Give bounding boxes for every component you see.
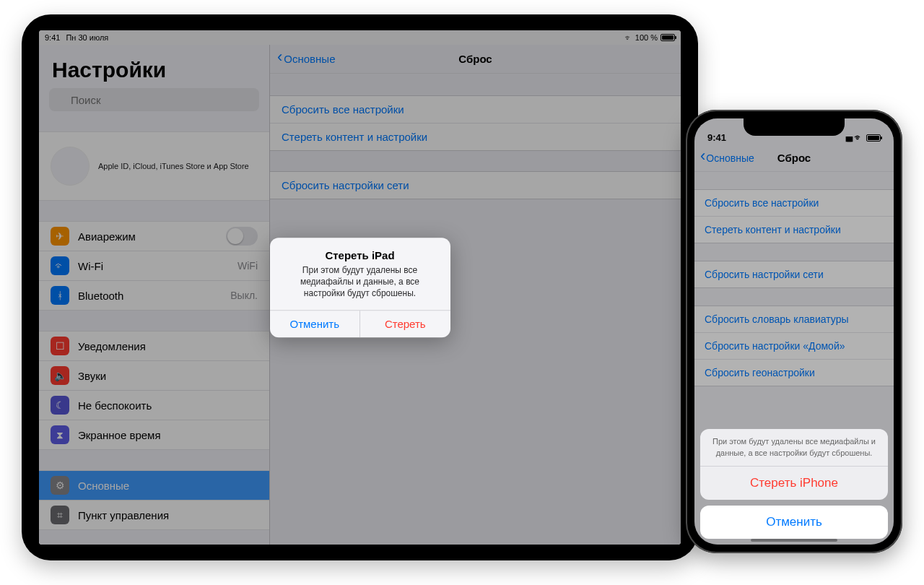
wifi-icon: ᯤ bbox=[854, 132, 863, 143]
status-battery-pct: 100 % bbox=[635, 33, 658, 42]
back-label: Основные bbox=[284, 53, 335, 65]
reset-option[interactable]: Стереть контент и настройки bbox=[270, 124, 681, 150]
reset-option[interactable]: Сбросить настройки сети bbox=[270, 172, 681, 199]
apple-id-subtitle: Apple ID, iCloud, iTunes Store и App Sto… bbox=[98, 162, 249, 170]
reset-option[interactable]: Сбросить словарь клавиатуры bbox=[694, 306, 894, 333]
bluetooth-icon: ᚼ bbox=[51, 286, 69, 305]
sidebar-item-bell[interactable]: ☐Уведомления bbox=[39, 332, 269, 361]
sidebar-item-label: Пункт управления bbox=[78, 509, 169, 521]
status-date: Пн 30 июля bbox=[66, 33, 108, 42]
sidebar-group-notifications: ☐Уведомления🔈Звуки☾Не беспокоить⧗Экранно… bbox=[39, 331, 269, 450]
sidebar-item-label: Не беспокоить bbox=[78, 399, 152, 412]
search-input[interactable] bbox=[49, 88, 259, 111]
sidebar-item-speaker[interactable]: 🔈Звуки bbox=[39, 361, 269, 391]
reset-option[interactable]: Сбросить настройки «Домой» bbox=[694, 333, 894, 360]
reset-group-2: Сбросить настройки сети bbox=[270, 171, 681, 199]
reset-option[interactable]: Сбросить все настройки bbox=[270, 96, 681, 124]
bell-icon: ☐ bbox=[51, 337, 69, 355]
reset-group-3: Сбросить словарь клавиатурыСбросить наст… bbox=[694, 306, 894, 386]
erase-iphone-button[interactable]: Стереть iPhone bbox=[700, 467, 888, 500]
sidebar-item-label: Звуки bbox=[78, 370, 106, 382]
detail-title: Сброс bbox=[458, 53, 492, 65]
sidebar-item-airplane[interactable]: ✈Авиарежим bbox=[39, 222, 269, 251]
switches-icon: ⌗ bbox=[51, 506, 69, 524]
reset-option[interactable]: Сбросить настройки сети bbox=[694, 261, 894, 287]
iphone-device-frame: 9:41 ᯤ Основные Сброс Сбросить все настр… bbox=[686, 110, 902, 553]
sidebar-group-general: ⚙Основные⌗Пункт управления bbox=[39, 470, 269, 530]
sidebar-item-gear[interactable]: ⚙Основные bbox=[39, 471, 269, 500]
cellular-icon bbox=[845, 132, 851, 143]
sidebar-item-switches[interactable]: ⌗Пункт управления bbox=[39, 500, 269, 529]
ipad-screen: 9:41 Пн 30 июля ᯤ 100 % Настройки 🔍 bbox=[39, 30, 681, 545]
battery-icon bbox=[661, 34, 675, 41]
toggle[interactable] bbox=[226, 227, 258, 246]
sheet-message: При этом будут удалены все медиафайлы и … bbox=[700, 429, 888, 467]
moon-icon: ☾ bbox=[51, 396, 69, 415]
battery-icon bbox=[866, 134, 881, 142]
erase-action-sheet: При этом будут удалены все медиафайлы и … bbox=[700, 429, 888, 539]
iphone-nav-bar: Основные Сброс bbox=[694, 144, 894, 172]
reset-group-1: Сбросить все настройкиСтереть контент и … bbox=[270, 95, 681, 151]
settings-sidebar: Настройки 🔍 Apple ID, iCloud, iTunes Sto… bbox=[39, 45, 270, 545]
sidebar-item-label: Уведомления bbox=[78, 340, 146, 352]
sidebar-item-moon[interactable]: ☾Не беспокоить bbox=[39, 391, 269, 420]
reset-option[interactable]: Стереть контент и настройки bbox=[694, 217, 894, 243]
status-time: 9:41 bbox=[45, 33, 60, 42]
sidebar-item-hourglass[interactable]: ⧗Экранное время bbox=[39, 420, 269, 449]
sidebar-item-label: Экранное время bbox=[78, 429, 161, 441]
cell-value: WiFi bbox=[237, 260, 258, 272]
apple-id-row[interactable]: Apple ID, iCloud, iTunes Store и App Sto… bbox=[39, 131, 269, 201]
alert-message: При этом будут удалены все медиафайлы и … bbox=[280, 264, 440, 300]
speaker-icon: 🔈 bbox=[51, 366, 69, 385]
sidebar-item-label: Wi-Fi bbox=[78, 260, 103, 272]
gear-icon: ⚙ bbox=[51, 476, 69, 495]
home-indicator bbox=[751, 539, 837, 542]
sidebar-item-label: Основные bbox=[78, 480, 129, 492]
airplane-icon: ✈ bbox=[51, 227, 69, 246]
wifi-icon: ᯤ bbox=[51, 256, 69, 275]
reset-group-2: Сбросить настройки сети bbox=[694, 261, 894, 288]
wifi-icon: ᯤ bbox=[624, 33, 632, 42]
chevron-left-icon bbox=[277, 53, 282, 65]
back-button[interactable]: Основные bbox=[277, 53, 336, 65]
reset-option[interactable]: Сбросить все настройки bbox=[694, 190, 894, 217]
sidebar-item-bluetooth[interactable]: ᚼBluetoothВыкл. bbox=[39, 281, 269, 310]
sidebar-group-connectivity: ✈АвиарежимᯤWi-FiWiFiᚼBluetoothВыкл. bbox=[39, 221, 269, 311]
detail-nav-bar: Основные Сброс bbox=[270, 45, 681, 74]
sidebar-item-wifi[interactable]: ᯤWi-FiWiFi bbox=[39, 251, 269, 281]
back-label: Основные bbox=[706, 152, 754, 164]
reset-group-1: Сбросить все настройкиСтереть контент и … bbox=[694, 189, 894, 243]
avatar bbox=[51, 147, 90, 186]
sheet-cancel-button[interactable]: Отменить bbox=[700, 506, 888, 539]
hourglass-icon: ⧗ bbox=[51, 425, 69, 444]
reset-option[interactable]: Сбросить геонастройки bbox=[694, 360, 894, 386]
sidebar-title: Настройки bbox=[39, 45, 269, 88]
status-time: 9:41 bbox=[707, 132, 726, 143]
alert-title: Стереть iPad bbox=[280, 249, 440, 261]
erase-ipad-alert: Стереть iPad При этом будут удалены все … bbox=[270, 238, 450, 337]
iphone-screen: 9:41 ᯤ Основные Сброс Сбросить все настр… bbox=[694, 118, 894, 545]
chevron-left-icon bbox=[700, 152, 705, 164]
cell-value: Выкл. bbox=[230, 290, 258, 301]
sidebar-item-label: Bluetooth bbox=[78, 290, 123, 302]
nav-title: Сброс bbox=[777, 152, 811, 164]
ipad-device-frame: 9:41 Пн 30 июля ᯤ 100 % Настройки 🔍 bbox=[22, 14, 698, 560]
ipad-status-bar: 9:41 Пн 30 июля ᯤ 100 % bbox=[39, 30, 681, 45]
sidebar-item-label: Авиарежим bbox=[78, 230, 136, 243]
alert-cancel-button[interactable]: Отменить bbox=[270, 311, 361, 337]
back-button[interactable]: Основные bbox=[700, 152, 754, 164]
alert-erase-button[interactable]: Стереть bbox=[360, 311, 450, 337]
iphone-notch bbox=[744, 118, 845, 136]
